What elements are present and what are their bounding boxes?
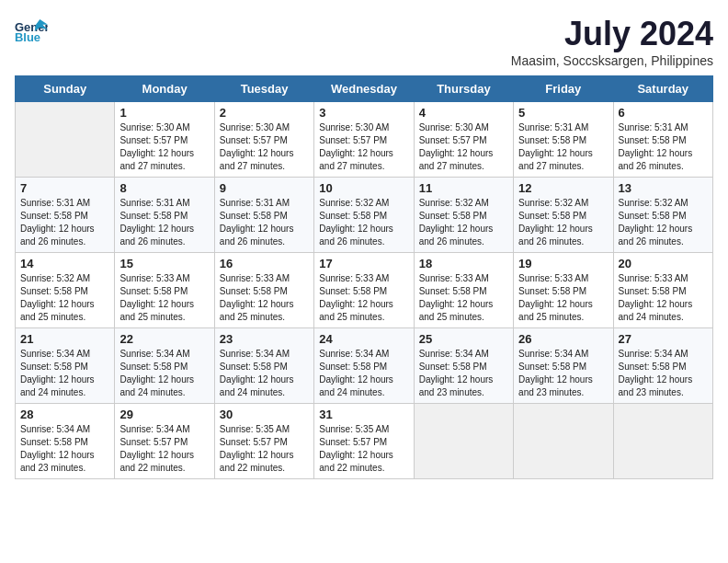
title-block: July 2024 Maasim, Soccsksargen, Philippi… [511, 15, 713, 68]
logo-icon: General Blue [15, 15, 48, 48]
logo: General Blue [15, 15, 48, 48]
day-cell: 8Sunrise: 5:31 AMSunset: 5:58 PMDaylight… [115, 178, 214, 253]
day-number: 21 [20, 332, 109, 346]
day-number: 6 [619, 106, 708, 120]
day-detail: Sunrise: 5:34 AMSunset: 5:58 PMDaylight:… [518, 348, 608, 399]
day-detail: Sunrise: 5:33 AMSunset: 5:58 PMDaylight:… [220, 272, 309, 324]
day-cell: 21Sunrise: 5:34 AMSunset: 5:58 PMDayligh… [16, 328, 115, 404]
day-cell: 27Sunrise: 5:34 AMSunset: 5:58 PMDayligh… [613, 328, 712, 404]
day-cell: 4Sunrise: 5:30 AMSunset: 5:57 PMDaylight… [414, 102, 513, 178]
day-number: 25 [419, 332, 508, 346]
day-number: 3 [319, 106, 408, 120]
day-number: 15 [119, 257, 209, 270]
day-detail: Sunrise: 5:34 AMSunset: 5:58 PMDaylight:… [419, 348, 508, 399]
page-header: General Blue July 2024 Maasim, Soccsksar… [15, 15, 713, 68]
header-cell-sunday: Sunday [16, 76, 115, 102]
day-number: 2 [220, 106, 309, 120]
day-number: 16 [220, 257, 309, 270]
day-cell [514, 404, 613, 479]
month-year: July 2024 [511, 15, 713, 53]
day-number: 27 [619, 332, 708, 346]
day-number: 31 [319, 408, 408, 421]
day-detail: Sunrise: 5:34 AMSunset: 5:57 PMDaylight:… [119, 423, 209, 475]
day-cell [613, 404, 712, 479]
day-detail: Sunrise: 5:32 AMSunset: 5:58 PMDaylight:… [619, 197, 708, 248]
day-cell: 20Sunrise: 5:33 AMSunset: 5:58 PMDayligh… [613, 253, 712, 328]
day-cell: 2Sunrise: 5:30 AMSunset: 5:57 PMDaylight… [214, 102, 313, 178]
day-number: 11 [419, 181, 508, 195]
day-number: 24 [319, 332, 408, 346]
day-number: 19 [518, 257, 608, 270]
day-number: 29 [119, 408, 209, 421]
day-number: 4 [419, 106, 508, 120]
day-cell: 14Sunrise: 5:32 AMSunset: 5:58 PMDayligh… [16, 253, 115, 328]
header-cell-monday: Monday [115, 76, 214, 102]
header-cell-tuesday: Tuesday [214, 76, 313, 102]
calendar-body: 1Sunrise: 5:30 AMSunset: 5:57 PMDaylight… [16, 102, 713, 479]
day-detail: Sunrise: 5:35 AMSunset: 5:57 PMDaylight:… [220, 423, 309, 475]
day-number: 13 [619, 181, 708, 195]
day-cell: 29Sunrise: 5:34 AMSunset: 5:57 PMDayligh… [115, 404, 214, 479]
day-detail: Sunrise: 5:32 AMSunset: 5:58 PMDaylight:… [518, 197, 608, 248]
day-number: 10 [319, 181, 408, 195]
day-number: 20 [619, 257, 708, 270]
day-cell [414, 404, 513, 479]
day-number: 23 [220, 332, 309, 346]
week-row-1: 1Sunrise: 5:30 AMSunset: 5:57 PMDaylight… [16, 102, 713, 178]
location: Maasim, Soccsksargen, Philippines [511, 53, 713, 68]
week-row-2: 7Sunrise: 5:31 AMSunset: 5:58 PMDaylight… [16, 178, 713, 253]
day-cell: 16Sunrise: 5:33 AMSunset: 5:58 PMDayligh… [214, 253, 313, 328]
day-detail: Sunrise: 5:34 AMSunset: 5:58 PMDaylight:… [319, 348, 408, 399]
day-number: 12 [518, 181, 608, 195]
day-cell: 3Sunrise: 5:30 AMSunset: 5:57 PMDaylight… [314, 102, 414, 178]
day-detail: Sunrise: 5:32 AMSunset: 5:58 PMDaylight:… [319, 197, 408, 248]
day-detail: Sunrise: 5:33 AMSunset: 5:58 PMDaylight:… [319, 272, 408, 324]
day-cell: 17Sunrise: 5:33 AMSunset: 5:58 PMDayligh… [314, 253, 414, 328]
calendar-header: SundayMondayTuesdayWednesdayThursdayFrid… [16, 76, 713, 102]
day-cell: 13Sunrise: 5:32 AMSunset: 5:58 PMDayligh… [613, 178, 712, 253]
day-detail: Sunrise: 5:34 AMSunset: 5:58 PMDaylight:… [619, 348, 708, 399]
day-cell: 18Sunrise: 5:33 AMSunset: 5:58 PMDayligh… [414, 253, 513, 328]
header-cell-thursday: Thursday [414, 76, 513, 102]
week-row-3: 14Sunrise: 5:32 AMSunset: 5:58 PMDayligh… [16, 253, 713, 328]
day-cell: 19Sunrise: 5:33 AMSunset: 5:58 PMDayligh… [514, 253, 613, 328]
day-number: 1 [119, 106, 209, 120]
day-number: 28 [20, 408, 109, 421]
day-cell: 12Sunrise: 5:32 AMSunset: 5:58 PMDayligh… [514, 178, 613, 253]
day-cell: 15Sunrise: 5:33 AMSunset: 5:58 PMDayligh… [115, 253, 214, 328]
day-detail: Sunrise: 5:33 AMSunset: 5:58 PMDaylight:… [518, 272, 608, 324]
day-detail: Sunrise: 5:34 AMSunset: 5:58 PMDaylight:… [20, 348, 109, 399]
day-cell: 30Sunrise: 5:35 AMSunset: 5:57 PMDayligh… [214, 404, 313, 479]
day-detail: Sunrise: 5:31 AMSunset: 5:58 PMDaylight:… [20, 197, 109, 248]
day-detail: Sunrise: 5:35 AMSunset: 5:57 PMDaylight:… [319, 423, 408, 475]
day-cell: 10Sunrise: 5:32 AMSunset: 5:58 PMDayligh… [314, 178, 414, 253]
day-cell: 11Sunrise: 5:32 AMSunset: 5:58 PMDayligh… [414, 178, 513, 253]
day-cell: 6Sunrise: 5:31 AMSunset: 5:58 PMDaylight… [613, 102, 712, 178]
day-detail: Sunrise: 5:32 AMSunset: 5:58 PMDaylight:… [20, 272, 109, 324]
header-cell-friday: Friday [514, 76, 613, 102]
day-detail: Sunrise: 5:30 AMSunset: 5:57 PMDaylight:… [419, 121, 508, 173]
day-number: 17 [319, 257, 408, 270]
day-number: 5 [518, 106, 608, 120]
day-number: 7 [20, 181, 109, 195]
day-detail: Sunrise: 5:30 AMSunset: 5:57 PMDaylight:… [119, 121, 209, 173]
day-cell: 23Sunrise: 5:34 AMSunset: 5:58 PMDayligh… [214, 328, 313, 404]
day-cell: 22Sunrise: 5:34 AMSunset: 5:58 PMDayligh… [115, 328, 214, 404]
day-number: 9 [220, 181, 309, 195]
day-cell: 26Sunrise: 5:34 AMSunset: 5:58 PMDayligh… [514, 328, 613, 404]
day-number: 18 [419, 257, 508, 270]
header-row: SundayMondayTuesdayWednesdayThursdayFrid… [16, 76, 713, 102]
day-detail: Sunrise: 5:33 AMSunset: 5:58 PMDaylight:… [419, 272, 508, 324]
day-cell: 25Sunrise: 5:34 AMSunset: 5:58 PMDayligh… [414, 328, 513, 404]
day-detail: Sunrise: 5:31 AMSunset: 5:58 PMDaylight:… [619, 121, 708, 173]
day-number: 8 [119, 181, 209, 195]
day-cell: 1Sunrise: 5:30 AMSunset: 5:57 PMDaylight… [115, 102, 214, 178]
day-number: 26 [518, 332, 608, 346]
day-detail: Sunrise: 5:31 AMSunset: 5:58 PMDaylight:… [220, 197, 309, 248]
day-detail: Sunrise: 5:34 AMSunset: 5:58 PMDaylight:… [20, 423, 109, 475]
header-cell-saturday: Saturday [613, 76, 712, 102]
day-detail: Sunrise: 5:31 AMSunset: 5:58 PMDaylight:… [518, 121, 608, 173]
day-cell: 24Sunrise: 5:34 AMSunset: 5:58 PMDayligh… [314, 328, 414, 404]
day-cell: 5Sunrise: 5:31 AMSunset: 5:58 PMDaylight… [514, 102, 613, 178]
svg-text:Blue: Blue [15, 30, 40, 44]
